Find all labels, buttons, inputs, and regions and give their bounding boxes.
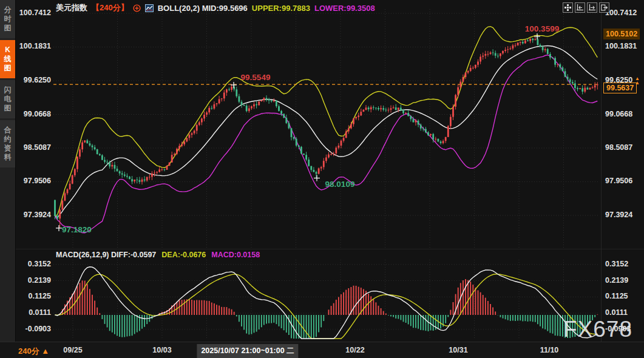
period-selector[interactable]: 240分 ▲	[18, 346, 49, 357]
alert-price-tag: 100.5102	[603, 29, 640, 39]
pane-separator	[0, 249, 644, 249]
right-axis-divider	[601, 0, 602, 342]
svg-text:98.0109: 98.0109	[325, 180, 355, 189]
price-axis-label-right: 99.0668	[605, 110, 643, 118]
boll-lower-value: LOWER:99.3508	[314, 4, 375, 13]
candlestick-chart-canvas[interactable]: 100.359999.554998.010997.1820	[0, 0, 644, 358]
chart-toolbar	[563, 2, 609, 13]
symbol-name: 美元指数	[56, 2, 87, 13]
chart-header: 美元指数 【240分】 BOLL(20,2) MID:99.5696 UPPER…	[56, 2, 375, 13]
boll-values: BOLL(20,2) MID:99.5696	[158, 4, 248, 13]
shift-left-icon[interactable]	[575, 2, 585, 13]
price-axis-label-right: 100.7412	[605, 8, 643, 17]
price-axis-label-left: 0.0111	[12, 308, 51, 317]
sidebar-tab-active[interactable]: K 线 图	[0, 40, 15, 78]
sidebar-tab-item[interactable]: 闪 电 图	[0, 80, 15, 118]
price-axis-label-left: 97.9506	[12, 177, 51, 185]
indicator-chart-icon[interactable]	[145, 4, 154, 12]
sidebar-tab-item[interactable]: 合 约 资 料	[0, 120, 15, 167]
price-axis-label-left: 100.1831	[12, 42, 51, 50]
price-axis-label-left: 97.3924	[12, 211, 51, 219]
go-to-end-icon[interactable]	[599, 2, 609, 13]
period-label[interactable]: 【240分】	[92, 2, 129, 13]
time-tick-label: 10/03	[152, 346, 171, 354]
macd-diff-value: MACD(26,12,9) DIFF:-0.0597	[56, 251, 156, 259]
shift-right-icon[interactable]	[587, 2, 597, 13]
time-tick-label: 09/25	[63, 346, 82, 354]
price-axis-label-left: 100.7412	[12, 8, 51, 17]
time-axis: 240分 ▲ 09/2510/0310/2210/3111/10 2025/10…	[0, 342, 644, 358]
svg-text:100.3599: 100.3599	[525, 24, 559, 33]
price-axis-label-left: 0.3152	[12, 260, 51, 268]
boll-upper-value: UPPER:99.7883	[252, 4, 310, 13]
price-axis-label-right: 97.3924	[605, 211, 643, 219]
price-axis-label-right: 0.3152	[605, 260, 643, 268]
svg-text:99.5549: 99.5549	[241, 73, 271, 82]
time-tick-label: 10/22	[345, 346, 364, 354]
watermark: FX678	[563, 317, 632, 342]
jump-to-latest-icon[interactable]: ▲▲	[635, 76, 640, 85]
sidebar: 分 时 图K 线 图闪 电 图合 约 资 料	[0, 0, 16, 342]
price-axis-label-left: 0.1125	[12, 292, 51, 300]
chart-app: 100.359999.554998.010997.1820 分 时 图K 线 图…	[0, 0, 644, 358]
macd-dea-value: DEA:-0.0676	[161, 251, 206, 259]
price-axis-label-right: 0.1125	[605, 292, 643, 300]
macd-header: MACD(26,12,9) DIFF:-0.0597 DEA:-0.0676 M…	[56, 251, 260, 259]
price-axis-label-right: 97.9506	[605, 177, 643, 185]
crosshair-time-label: 2025/10/07 21:00~01:00 二	[197, 344, 298, 358]
price-axis-label-left: 0.2139	[12, 276, 51, 285]
macd-hist-value: MACD:0.0158	[211, 251, 260, 259]
price-axis-label-left: 98.5087	[12, 143, 51, 152]
price-axis-label-left: 99.0668	[12, 110, 51, 118]
time-tick-label: 11/10	[540, 346, 559, 354]
price-axis-label-right: 0.2139	[605, 276, 643, 285]
price-axis-label-right: 100.1831	[605, 42, 643, 50]
move-chart-icon[interactable]	[563, 2, 573, 13]
price-axis-label-left: -0.0903	[12, 325, 51, 333]
last-price-tag: 99.5637	[603, 83, 637, 93]
price-axis-label-right: 0.0111	[605, 308, 643, 317]
price-axis-label-left: 99.6250	[12, 76, 51, 84]
add-indicator-icon[interactable]	[133, 4, 141, 12]
sidebar-tab-item[interactable]: 分 时 图	[0, 0, 15, 38]
time-tick-label: 10/31	[449, 346, 467, 354]
svg-text:97.1820: 97.1820	[62, 225, 92, 234]
price-axis-label-right: 98.5087	[605, 143, 643, 152]
